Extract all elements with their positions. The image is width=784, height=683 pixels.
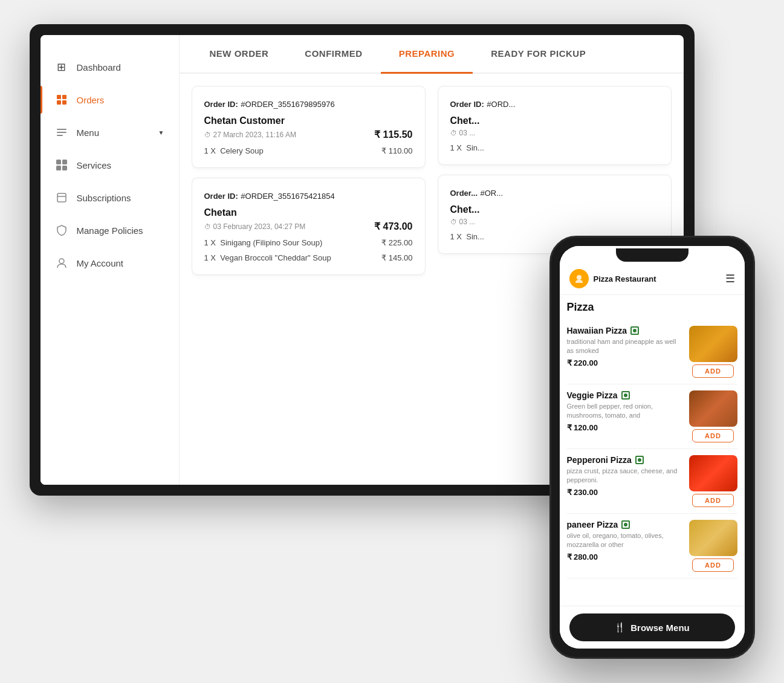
add-button-veggie[interactable]: ADD [692,429,734,442]
sidebar-item-menu[interactable]: Menu ▼ [40,118,179,146]
manage-policies-icon [55,224,68,237]
veg-icon-veggie [621,391,630,400]
order-card-1: Order ID: #ORDER_3551679895976 Chetan Cu… [192,86,426,168]
restaurant-name: Pizza Restaurant [594,274,656,283]
menu-item-name-paneer: paneer Pizza [567,520,618,529]
dashboard-icon: ⊞ [55,60,68,74]
veg-icon-pepperoni [635,456,644,464]
svg-rect-1 [62,95,66,99]
sidebar-item-orders[interactable]: Orders [40,86,179,114]
veg-icon-paneer [621,520,630,529]
sidebar: ⊞ Dashboard Orders Menu ▼ [40,35,180,485]
partial-item-name-1: 1 X Sin... [450,143,484,152]
order-item-price-1-1: ₹ 110.00 [381,146,412,155]
menu-item-img-add-paneer: ADD [689,520,737,572]
partial-time-1: 03 ... [459,129,476,137]
notch-bar [616,248,688,262]
menu-item-desc-pepperoni: pizza crust, pizza sauce, cheese, and pe… [567,467,683,485]
order-id-label-1: Order ID: [204,100,238,109]
tab-confirmed[interactable]: CONFIRMED [287,35,380,73]
menu-item-desc-paneer: olive oil, oregano, tomato, olives, mozz… [567,531,683,550]
menu-item-hawaiian: Hawaiian Pizza traditional ham and pinea… [567,320,737,384]
menu-item-price-pepperoni: ₹ 230.00 [567,488,683,497]
add-button-paneer[interactable]: ADD [692,558,734,572]
svg-rect-0 [57,95,61,99]
clock-icon-2 [204,222,211,231]
order-total-1: ₹ 115.50 [374,129,412,140]
menu-item-price-veggie: ₹ 120.00 [567,423,683,432]
tabs-bar: NEW ORDER CONFIRMED PREPARING READY FOR … [180,35,684,74]
services-icon [55,158,68,172]
menu-item-info-paneer: paneer Pizza olive oil, oregano, tomato,… [567,520,689,562]
partial-order-id-label-2: Order... [450,189,478,198]
menu-item-price-hawaiian: ₹ 220.00 [567,358,683,367]
tab-preparing[interactable]: PREPARING [381,35,473,74]
svg-rect-10 [62,166,67,170]
menu-item-pepperoni: Pepperoni Pizza pizza crust, pizza sauce… [567,449,737,514]
order-card-2: Order ID: #ORDER_3551675421854 Chetan 03… [192,178,426,275]
sidebar-label-subscriptions: Subscriptions [77,193,131,203]
svg-rect-11 [57,193,66,202]
partial-order-card-1: Order ID: #ORD... Chet... 03 ... [438,86,672,165]
menu-item-info-veggie: Veggie Pizza Green bell pepper, red onio… [567,390,689,432]
order-item-2-1: 1 X Sinigang (Filipino Sour Soup) ₹ 225.… [204,238,413,247]
my-account-icon [55,256,68,270]
add-button-hawaiian[interactable]: ADD [692,364,734,378]
tab-new-order[interactable]: NEW ORDER [192,35,287,73]
order-item-qty-1-1: 1 X Celery Soup [204,146,264,155]
menu-item-info-pepperoni: Pepperoni Pizza pizza crust, pizza sauce… [567,455,689,497]
menu-item-info-hawaiian: Hawaiian Pizza traditional ham and pinea… [567,326,689,367]
partial-time-2: 03 ... [459,218,476,226]
partial-clock-icon-2 [450,218,457,226]
menu-item-name-pepperoni: Pepperoni Pizza [567,455,632,465]
restaurant-avatar [569,269,589,288]
menu-item-veggie: Veggie Pizza Green bell pepper, red onio… [567,384,737,449]
sidebar-label-services: Services [77,160,112,170]
partial-item-1: 1 X Sin... [450,143,659,152]
svg-rect-7 [56,160,61,164]
menu-item-img-paneer [689,520,737,556]
svg-point-14 [577,275,582,280]
svg-rect-3 [62,100,66,105]
phone-header: Pizza Restaurant ☰ [560,264,745,295]
menu-item-desc-veggie: Green bell pepper, red onion, mushrooms,… [567,402,683,421]
phone-notch [560,246,745,264]
order-total-2: ₹ 473.00 [374,221,412,232]
partial-customer-2: Chet... [450,204,659,215]
menu-item-img-add-veggie: ADD [689,390,737,442]
menu-arrow-icon: ▼ [158,129,164,136]
order-item-price-2-2: ₹ 145.00 [381,253,412,262]
order-item-2-2: 1 X Vegan Broccoli "Cheddar" Soup ₹ 145.… [204,253,413,262]
order-time-1: 27 March 2023, 11:16 AM [213,131,296,139]
sidebar-item-manage-policies[interactable]: Manage Policies [40,216,179,244]
svg-rect-5 [57,132,66,133]
clock-icon-1 [204,131,211,139]
menu-item-name-veggie: Veggie Pizza [567,390,618,400]
sidebar-item-services[interactable]: Services [40,151,179,179]
partial-clock-icon-1 [450,129,457,137]
sidebar-label-my-account: My Account [77,258,124,268]
svg-point-13 [59,259,64,264]
order-time-2: 03 February 2023, 04:27 PM [213,222,306,231]
order-customer-1: Chetan Customer [204,115,413,126]
order-id-label-2: Order ID: [204,192,238,201]
orders-icon [55,93,68,106]
menu-item-img-add-hawaiian: ADD [689,326,737,378]
sidebar-item-my-account[interactable]: My Account [40,249,179,277]
sidebar-item-subscriptions[interactable]: Subscriptions [40,184,179,212]
partial-item-name-2: 1 X Sin... [450,232,484,241]
pizza-section-title: Pizza [567,301,737,314]
hamburger-menu-icon[interactable]: ☰ [725,272,735,285]
orders-left-column: Order ID: #ORDER_3551679895976 Chetan Cu… [192,86,426,473]
add-button-pepperoni[interactable]: ADD [692,494,734,507]
phone-mockup: Pizza Restaurant ☰ Pizza Hawaiian Pizza … [549,236,755,659]
partial-order-id-label-1: Order ID: [450,100,484,109]
tab-ready-for-pickup[interactable]: READY FOR PICKUP [473,35,604,73]
sidebar-label-dashboard: Dashboard [77,62,121,73]
svg-rect-4 [57,129,66,130]
browse-menu-button[interactable]: 🍴 Browse Menu [569,613,735,641]
sidebar-item-dashboard[interactable]: ⊞ Dashboard [40,53,179,81]
svg-rect-8 [62,160,67,164]
veg-icon-hawaiian [630,326,639,335]
restaurant-info: Pizza Restaurant [569,269,656,288]
